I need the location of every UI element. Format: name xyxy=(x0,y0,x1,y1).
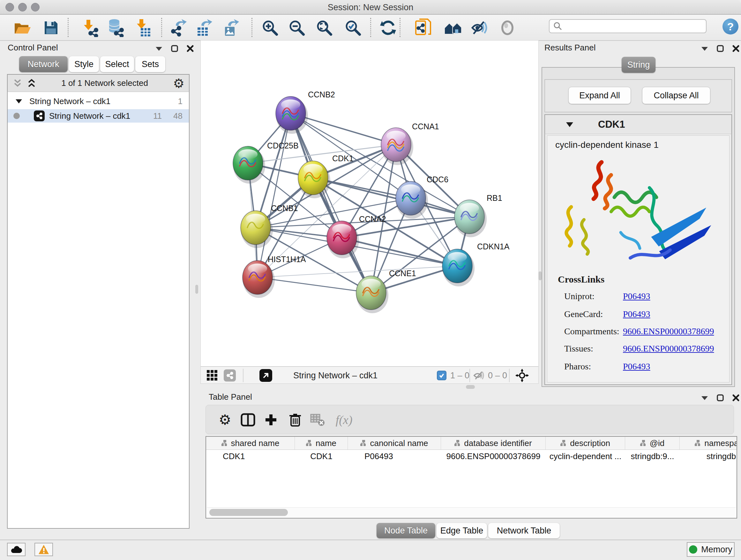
export-image-icon[interactable] xyxy=(220,17,242,38)
float-panel-icon[interactable] xyxy=(701,395,709,401)
close-panel-icon[interactable] xyxy=(732,45,740,52)
main-toolbar: ? xyxy=(0,15,741,41)
tab-style[interactable]: Style xyxy=(69,56,99,72)
network-from-document-icon[interactable] xyxy=(413,17,434,38)
crosslink-value-link[interactable]: 9606.ENSP00000378699 xyxy=(623,344,714,354)
table-row[interactable]: CDK1CDK1P064939606.ENSP00000378699cyclin… xyxy=(206,450,737,462)
expand-all-button[interactable]: Expand All xyxy=(568,87,631,104)
selected-count: 1 – 0 xyxy=(450,369,469,382)
save-session-icon[interactable] xyxy=(41,17,62,38)
hidden-eye-icon[interactable] xyxy=(473,369,485,382)
memory-button[interactable]: Memory xyxy=(687,542,735,557)
maximize-panel-icon[interactable] xyxy=(171,45,178,52)
network-node-CDKN1A[interactable]: CDKN1A xyxy=(442,242,510,287)
cloud-status-button[interactable] xyxy=(7,543,25,556)
preview-eye-icon[interactable] xyxy=(497,17,518,38)
maximize-panel-icon[interactable] xyxy=(717,394,724,401)
scrollbar-thumb[interactable] xyxy=(209,509,288,516)
right-splitter-grip[interactable] xyxy=(539,271,542,280)
toolbar-separator xyxy=(469,369,470,382)
network-node-CDC6[interactable]: CDC6 xyxy=(396,175,448,219)
close-panel-icon[interactable] xyxy=(186,45,194,52)
import-table-icon[interactable] xyxy=(132,17,153,38)
column-header-description[interactable]: description xyxy=(546,437,625,449)
hide-unhide-icon[interactable] xyxy=(469,17,490,38)
help-button[interactable]: ? xyxy=(723,18,738,35)
toolbar-separator xyxy=(252,18,253,37)
collapse-all-icon[interactable] xyxy=(13,79,22,88)
tree-row-root[interactable]: String Network – cdk1 1 xyxy=(8,95,189,108)
network-node-CCNB2[interactable]: CCNB2 xyxy=(276,90,335,134)
network-node-HIST1H1A[interactable]: HIST1H1A xyxy=(243,255,306,298)
cdk1-section-header[interactable]: CDK1 xyxy=(544,114,732,134)
gene-description: cyclin-dependent kinase 1 xyxy=(555,140,659,150)
delete-table-icon xyxy=(307,410,328,430)
results-panel-header: Results Panel xyxy=(544,43,596,53)
home-networks-icon[interactable] xyxy=(443,17,464,38)
tab-network[interactable]: Network xyxy=(19,56,68,72)
tree-root-count: 1 xyxy=(178,97,183,106)
left-splitter-grip[interactable] xyxy=(195,285,198,294)
table-cell: stringdb:9... xyxy=(625,450,680,462)
close-panel-icon[interactable] xyxy=(732,394,740,401)
column-header-canonical-name[interactable]: canonical name xyxy=(348,437,441,449)
node-table: shared namenamecanonical namedatabase id… xyxy=(205,436,737,518)
search-input[interactable] xyxy=(562,21,706,32)
apply-layout-icon[interactable] xyxy=(378,17,399,38)
column-header-database-identifier[interactable]: database identifier xyxy=(441,437,546,449)
tab-sets[interactable]: Sets xyxy=(135,56,165,72)
open-session-icon[interactable] xyxy=(12,17,33,38)
column-header-name[interactable]: name xyxy=(295,437,348,449)
goto-network-icon[interactable] xyxy=(259,369,272,382)
crosslink-value-link[interactable]: P06493 xyxy=(623,291,650,301)
network-node-RB1[interactable]: RB1 xyxy=(455,193,502,237)
network-share-icon[interactable] xyxy=(224,369,236,382)
tab-edge-table[interactable]: Edge Table xyxy=(436,523,487,538)
network-edge-CCNB2-CCNE1 xyxy=(291,113,371,293)
network-graph[interactable]: CCNB2CCNA1CDC25BCDK1CDC6RB1CCNB1CCNA2CDK… xyxy=(201,41,538,366)
float-panel-icon[interactable] xyxy=(701,46,709,51)
add-column-icon[interactable] xyxy=(261,410,281,430)
import-network-file-icon[interactable] xyxy=(79,17,100,38)
zoom-out-icon[interactable] xyxy=(286,17,307,38)
tab-network-table[interactable]: Network Table xyxy=(488,523,560,538)
crosslink-label: GeneCard: xyxy=(564,309,603,319)
horizontal-splitter-grip[interactable] xyxy=(466,385,475,389)
table-settings-gear-icon[interactable]: ⚙ xyxy=(215,410,235,430)
zoom-in-icon[interactable] xyxy=(259,17,280,38)
tab-string-results[interactable]: String xyxy=(622,57,656,73)
tree-expander-icon[interactable] xyxy=(15,98,22,104)
horizontal-scrollbar[interactable] xyxy=(207,507,736,517)
delete-column-trash-icon[interactable] xyxy=(285,410,306,430)
maximize-panel-icon[interactable] xyxy=(717,45,724,52)
search-field[interactable] xyxy=(549,19,706,33)
float-panel-icon[interactable] xyxy=(155,46,163,51)
crosslink-value-link[interactable]: P06493 xyxy=(623,309,650,319)
column-header-namespace[interactable]: namespace xyxy=(680,437,737,449)
expand-all-icon[interactable] xyxy=(27,79,37,88)
zoom-fit-icon[interactable] xyxy=(314,17,335,38)
collapse-all-button[interactable]: Collapse All xyxy=(642,87,711,104)
show-columns-icon[interactable] xyxy=(238,410,258,430)
network-view-canvas[interactable]: CCNB2CCNA1CDC25BCDK1CDC6RB1CCNB1CCNA2CDK… xyxy=(200,40,539,367)
zoom-selected-icon[interactable] xyxy=(342,17,363,38)
tree-row-network[interactable]: String Network – cdk1 11 48 xyxy=(8,109,189,123)
column-header--id[interactable]: @id xyxy=(625,437,680,449)
node-label-RB1: RB1 xyxy=(487,193,502,202)
crosslink-value-link[interactable]: 9606.ENSP00000378699 xyxy=(623,326,714,336)
tab-select[interactable]: Select xyxy=(100,56,134,72)
tab-node-table[interactable]: Node Table xyxy=(377,523,435,538)
birds-eye-grid-icon[interactable] xyxy=(206,369,218,382)
tree-options-gear-icon[interactable]: ⚙ xyxy=(173,77,185,90)
export-table-icon[interactable] xyxy=(194,17,215,38)
export-network-icon[interactable] xyxy=(168,17,189,38)
section-expander-icon[interactable] xyxy=(565,121,574,128)
control-panel-header: Control Panel xyxy=(8,43,135,53)
network-node-CCNE1[interactable]: CCNE1 xyxy=(356,269,416,313)
import-network-database-icon[interactable] xyxy=(105,17,125,38)
crosslink-value-link[interactable]: P06493 xyxy=(623,361,650,372)
selected-checkbox-icon[interactable] xyxy=(437,369,447,382)
column-header-shared-name[interactable]: shared name xyxy=(206,437,295,449)
pan-crosshair-icon[interactable] xyxy=(515,369,529,382)
warning-status-button[interactable] xyxy=(35,543,53,556)
